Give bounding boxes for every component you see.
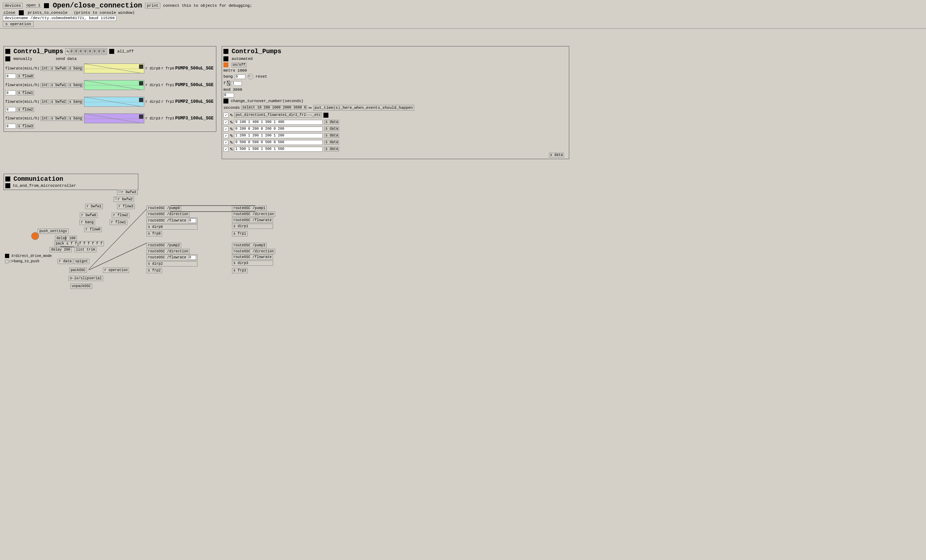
s-bwfw1-box[interactable]: s bwfw1 bbox=[50, 83, 67, 88]
flowrate0-label: flowrate(micL/h) bbox=[5, 66, 39, 71]
manually-icon bbox=[5, 56, 10, 61]
onoff-label[interactable]: on/off bbox=[232, 63, 247, 67]
route-pump1: routeOSC /pump1 bbox=[232, 205, 267, 211]
s-data-3-btn[interactable]: s data bbox=[324, 140, 339, 145]
pump3-mini-btn[interactable] bbox=[139, 115, 143, 120]
r-frp0-label: r frp0 bbox=[161, 66, 174, 71]
r-bwfw3-node: r bwfw3 bbox=[117, 190, 138, 195]
svg-line-14 bbox=[89, 243, 147, 270]
fr2-input[interactable] bbox=[188, 255, 196, 260]
s-frp2-label: s frp2 bbox=[148, 269, 160, 273]
s-data-1-btn[interactable]: s data bbox=[324, 127, 339, 131]
dir-black-icon bbox=[324, 113, 328, 118]
s-bwfw3-box[interactable]: s bwfw3 bbox=[50, 116, 67, 121]
int0-box[interactable]: int bbox=[41, 66, 49, 71]
r-bang-node: r bang bbox=[79, 220, 95, 225]
s-flow3-label: s flow3 bbox=[17, 124, 34, 129]
edit-3-icon: ✎ bbox=[230, 139, 233, 145]
packOSC-node: packOSC bbox=[69, 267, 87, 273]
route-pump3: routeOSC /pump3 bbox=[232, 243, 267, 248]
checkbox-dir[interactable]: ✓ bbox=[224, 113, 228, 118]
int1-box[interactable]: int bbox=[41, 83, 49, 88]
pump2-section: flowrate(micL/h) int s bwfw2 s bang r di… bbox=[5, 97, 215, 112]
delay200-label: delay 200 bbox=[51, 248, 70, 252]
r-dirp3-label: r dirp3 bbox=[145, 116, 160, 121]
control-pumps-automated: Control_Pumps automated on/off metro 100… bbox=[222, 46, 569, 159]
pump1-name: PUMP1_500uL_SGE bbox=[175, 83, 213, 88]
unpackOSC-node: unpackOSC bbox=[70, 284, 92, 289]
r-bwfw2-label: r bwfw2 bbox=[118, 198, 133, 201]
route-pump0: routeOSC /pump0 bbox=[147, 205, 181, 211]
s-frp3-node: s frp3 bbox=[232, 268, 248, 273]
pump1-mini-btn[interactable] bbox=[139, 81, 143, 86]
arrow-right-icon: ↦ bbox=[309, 104, 312, 110]
s-bang2-box[interactable]: s bang bbox=[68, 100, 83, 104]
s-data-2-btn[interactable]: s data bbox=[324, 133, 339, 138]
push-settings-node[interactable]: push_settings bbox=[38, 229, 69, 234]
pump2-mini-btn[interactable] bbox=[139, 98, 143, 103]
open1-menu[interactable]: open 1 bbox=[26, 3, 41, 8]
comm-sub-icon bbox=[5, 183, 10, 188]
s-bwfw2-box[interactable]: s bwfw2 bbox=[50, 100, 67, 104]
pump0-mini-btn[interactable] bbox=[139, 65, 143, 70]
print-box[interactable]: print bbox=[145, 3, 160, 9]
checkbox-1[interactable]: ✓ bbox=[224, 127, 228, 131]
pump0-name: PUMP0_500uL_SGE bbox=[175, 66, 213, 71]
s-bang3-box[interactable]: s bang bbox=[68, 116, 83, 121]
flow1-input[interactable] bbox=[5, 91, 16, 95]
all-off-icon bbox=[109, 49, 114, 54]
int2-box[interactable]: int bbox=[41, 100, 49, 104]
close-menu[interactable]: close bbox=[3, 11, 16, 15]
f-input[interactable] bbox=[231, 81, 242, 86]
svg-line-2 bbox=[85, 80, 144, 90]
list-trim-node: list trim bbox=[74, 247, 97, 252]
s-data-last-btn[interactable]: s data bbox=[549, 153, 564, 157]
route-pump3-label: routeOSC /pump3 bbox=[233, 243, 265, 248]
push-settings-label: push_settings bbox=[39, 229, 67, 233]
select-box[interactable]: select 10 200 1000 2000 3600 0 bbox=[241, 105, 307, 110]
operation-box[interactable]: s operation bbox=[3, 21, 34, 27]
onoff-icon[interactable] bbox=[224, 62, 228, 67]
print-desc2: (prints to console window) bbox=[74, 11, 135, 15]
control-pumps-manual: Control_Pumps ✎ 0 0 0 0 0 0 0 0 all_off … bbox=[3, 46, 216, 132]
checkbox-3[interactable]: ✓ bbox=[224, 140, 228, 145]
s-data-0-btn[interactable]: s data bbox=[324, 120, 339, 124]
data-input-0[interactable] bbox=[234, 120, 323, 125]
cp-manual-title: Control_Pumps bbox=[14, 48, 63, 55]
data-row-0: ✓ ✎ s data bbox=[224, 119, 567, 125]
bang-push-node: □=bang_to_push bbox=[5, 260, 39, 263]
checkbox-0[interactable]: ✓ bbox=[224, 120, 228, 125]
data-input-4[interactable] bbox=[234, 147, 323, 152]
cp-auto-title: Control_Pumps bbox=[232, 48, 281, 55]
checkbox-4[interactable]: ✓ bbox=[224, 147, 228, 152]
flow2-input[interactable] bbox=[5, 107, 16, 112]
slipserial-node: o-io/slipserial bbox=[68, 276, 103, 281]
int3-box[interactable]: int bbox=[41, 116, 49, 121]
packOSC-label: packOSC bbox=[71, 268, 85, 272]
mod-val[interactable] bbox=[224, 93, 234, 98]
data-input-2[interactable] bbox=[234, 133, 323, 138]
bang-input[interactable] bbox=[235, 74, 245, 79]
checkbox-2[interactable]: ✓ bbox=[224, 133, 228, 138]
x-icon bbox=[5, 254, 9, 258]
data-input-1[interactable] bbox=[234, 127, 323, 131]
s-bang1-box[interactable]: s bang bbox=[68, 83, 83, 88]
devices-menu[interactable]: devices bbox=[3, 3, 23, 9]
fr0-input[interactable] bbox=[188, 218, 196, 223]
s-data-4-btn[interactable]: s data bbox=[324, 147, 339, 151]
s-frp0-node: s frp0 bbox=[147, 231, 162, 236]
reset-circle[interactable]: ○ bbox=[248, 74, 253, 79]
orange-circle[interactable] bbox=[31, 232, 39, 240]
pump1-section: flowrate(micL/h) int s bwfw1 s bang r di… bbox=[5, 80, 215, 95]
bits-display: ✎ 0 0 0 0 0 0 0 0 bbox=[65, 48, 107, 55]
flow0-input[interactable] bbox=[5, 74, 16, 78]
route-fr3-label: routeOSC /flowrate bbox=[233, 255, 272, 259]
data-input-3[interactable] bbox=[234, 140, 323, 145]
r-bwfw0-label: r bwfw0 bbox=[81, 213, 96, 217]
s-bwfw0-box[interactable]: s bwfw0 bbox=[50, 66, 67, 71]
route-fr0-group: routeOSC /flowrate s dirp0 bbox=[147, 217, 198, 229]
s-bang0-box[interactable]: s bang bbox=[68, 66, 83, 71]
flow3-input[interactable] bbox=[5, 124, 16, 129]
send-data-btn[interactable]: send data bbox=[56, 57, 77, 61]
pump0-visual bbox=[84, 63, 144, 73]
